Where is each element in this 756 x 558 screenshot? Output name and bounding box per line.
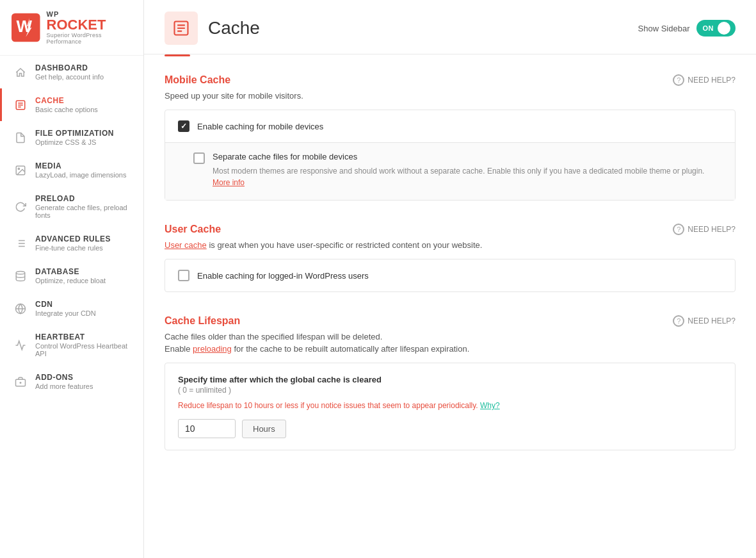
mobile-cache-desc: Speed up your site for mobile visitors. (165, 91, 736, 101)
sidebar-item-dashboard-title: DASHBOARD (35, 63, 104, 72)
lifespan-unit-label: Hours (242, 420, 286, 438)
enable-logged-in-row: Enable caching for logged-in WordPress u… (165, 259, 735, 291)
sidebar-item-file-optimization[interactable]: FILE OPTIMIZATION Optimize CSS & JS (0, 121, 143, 154)
preload-icon (13, 200, 28, 214)
toggle-circle (718, 22, 730, 35)
sidebar-item-file-optimization-title: FILE OPTIMIZATION (35, 129, 114, 138)
content-area: Mobile Cache ? NEED HELP? Speed up your … (144, 56, 756, 558)
sidebar-item-heartbeat[interactable]: HEARTBEAT Control WordPress Heartbeat AP… (0, 325, 143, 365)
cache-lifespan-desc1: Cache files older than the specified lif… (165, 332, 736, 341)
sidebar-item-database-sub: Optimize, reduce bloat (35, 277, 106, 284)
mobile-cache-section: Mobile Cache ? NEED HELP? Speed up your … (165, 74, 736, 201)
mobile-cache-options-box: Enable caching for mobile devices Separa… (165, 110, 736, 201)
mobile-cache-title: Mobile Cache (165, 74, 230, 86)
main-content: Cache Show Sidebar ON Mobile Cache ? NEE… (144, 0, 756, 558)
sidebar-item-media[interactable]: MEDIA LazyLoad, image dimensions (0, 154, 143, 186)
advanced-rules-icon (13, 236, 28, 250)
enable-mobile-cache-label: Enable caching for mobile devices (197, 122, 323, 131)
user-cache-help-icon: ? (673, 224, 684, 235)
sidebar-item-heartbeat-sub: Control WordPress Heartbeat API (35, 342, 132, 357)
sidebar-item-add-ons-sub: Add more features (35, 382, 93, 390)
sidebar-item-media-title: MEDIA (35, 161, 126, 170)
svg-point-5 (18, 168, 19, 169)
sidebar-item-add-ons[interactable]: ADD-ONS Add more features (0, 365, 143, 398)
logo-rocket: ROCKET (47, 18, 132, 32)
enable-logged-in-checkbox[interactable] (178, 270, 189, 281)
sidebar-item-add-ons-title: ADD-ONS (35, 373, 93, 382)
lifespan-box-title: Specify time after which the global cach… (178, 375, 722, 384)
heartbeat-icon (13, 338, 28, 352)
preloading-link[interactable]: preloading (193, 344, 232, 354)
separate-cache-checkbox[interactable] (193, 152, 205, 164)
separate-cache-more-info-link[interactable]: More info (213, 178, 245, 187)
user-cache-desc-text: is great when you have user-specific or … (209, 240, 482, 250)
mobile-cache-need-help[interactable]: ? NEED HELP? (673, 74, 736, 86)
home-icon (13, 65, 28, 79)
page-title: Cache (208, 18, 260, 38)
sidebar-item-cdn[interactable]: CDN Integrate your CDN (0, 292, 143, 325)
lifespan-why-link[interactable]: Why? (480, 401, 500, 410)
sidebar-item-database[interactable]: DATABASE Optimize, reduce bloat (0, 259, 143, 292)
show-sidebar-toggle[interactable]: ON (696, 20, 736, 37)
cache-icon (13, 98, 28, 112)
cache-lifespan-help-icon: ? (673, 315, 684, 327)
sidebar-item-heartbeat-title: HEARTBEAT (35, 332, 132, 341)
sidebar-item-preload-sub: Generate cache files, preload fonts (35, 204, 132, 219)
file-optimization-icon (13, 131, 28, 145)
separate-cache-label: Separate cache files for mobile devices (213, 152, 357, 161)
sidebar-item-preload[interactable]: PRELOAD Generate cache files, preload fo… (0, 186, 143, 227)
separate-cache-inner: Separate cache files for mobile devices … (165, 142, 735, 200)
user-cache-section: User Cache ? NEED HELP? User cache is gr… (165, 224, 736, 292)
logo-text: WP ROCKET Superior WordPress Performance (47, 10, 132, 45)
sidebar-item-database-title: DATABASE (35, 267, 106, 276)
cache-lifespan-need-help-label: NEED HELP? (688, 316, 736, 325)
sidebar-item-media-sub: LazyLoad, image dimensions (35, 171, 126, 179)
lifespan-tip: Reduce lifespan to 10 hours or less if y… (178, 401, 722, 410)
enable-logged-in-label: Enable caching for logged-in WordPress u… (197, 271, 369, 281)
user-cache-desc: User cache is great when you have user-s… (165, 240, 736, 250)
user-cache-link[interactable]: User cache (165, 240, 207, 250)
enable-mobile-cache-row: Enable caching for mobile devices (165, 110, 735, 142)
help-circle-icon: ? (673, 74, 684, 86)
sidebar-item-dashboard-sub: Get help, account info (35, 73, 104, 81)
sidebar-item-dashboard[interactable]: DASHBOARD Get help, account info (0, 56, 143, 88)
cache-lifespan-title: Cache Lifespan (165, 315, 240, 327)
user-cache-need-help[interactable]: ? NEED HELP? (673, 224, 736, 235)
lifespan-value-input[interactable] (178, 419, 236, 438)
sidebar-item-cache[interactable]: CACHE Basic cache options (0, 88, 143, 121)
sidebar-item-cdn-sub: Integrate your CDN (35, 309, 96, 317)
sidebar-item-advanced-rules-title: ADVANCED RULES (35, 234, 111, 243)
cache-lifespan-need-help[interactable]: ? NEED HELP? (673, 315, 736, 327)
database-icon (13, 269, 28, 283)
sidebar-item-advanced-rules-sub: Fine-tune cache rules (35, 244, 111, 252)
sidebar: W WP ROCKET Superior WordPress Performan… (0, 0, 144, 558)
logo: W WP ROCKET Superior WordPress Performan… (0, 0, 143, 56)
sidebar-item-preload-title: PRELOAD (35, 194, 132, 203)
sidebar-item-advanced-rules[interactable]: ADVANCED RULES Fine-tune cache rules (0, 227, 143, 259)
enable-mobile-cache-checkbox[interactable] (178, 120, 189, 132)
media-icon (13, 163, 28, 177)
logo-tagline: Superior WordPress Performance (47, 32, 132, 45)
user-cache-need-help-label: NEED HELP? (688, 225, 736, 234)
cache-lifespan-section: Cache Lifespan ? NEED HELP? Cache files … (165, 315, 736, 450)
sidebar-item-cdn-title: CDN (35, 300, 96, 309)
separate-cache-note: Most modern themes are responsive and sh… (213, 165, 722, 188)
cache-lifespan-desc2: Enable preloading for the cache to be re… (165, 344, 736, 354)
sidebar-item-cache-title: CACHE (35, 96, 98, 105)
toggle-on-text: ON (703, 24, 714, 32)
show-sidebar-label: Show Sidebar (638, 24, 690, 33)
sidebar-item-file-optimization-sub: Optimize CSS & JS (35, 138, 114, 146)
add-ons-icon (13, 375, 28, 389)
svg-point-12 (16, 271, 25, 274)
user-cache-title: User Cache (165, 224, 221, 235)
wp-rocket-logo-icon: W (12, 12, 40, 43)
mobile-cache-need-help-label: NEED HELP? (688, 76, 736, 85)
main-header: Cache Show Sidebar ON (144, 0, 756, 54)
sidebar-item-cache-sub: Basic cache options (35, 106, 98, 113)
cdn-icon (13, 302, 28, 316)
lifespan-box-subtitle: ( 0 = unlimited ) (178, 386, 722, 395)
user-cache-options-box: Enable caching for logged-in WordPress u… (165, 259, 736, 292)
cache-header-icon (165, 12, 198, 45)
cache-lifespan-box: Specify time after which the global cach… (165, 363, 736, 450)
